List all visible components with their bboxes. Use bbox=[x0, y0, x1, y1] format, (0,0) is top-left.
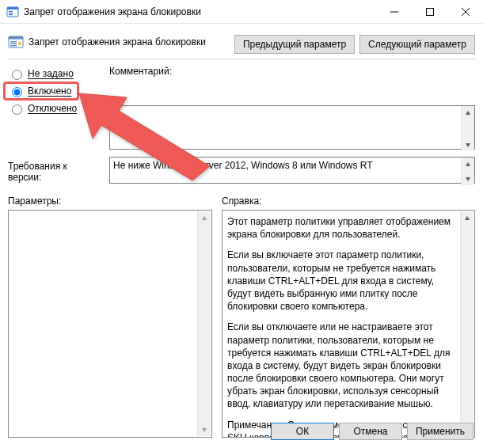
help-scrollbar[interactable] bbox=[460, 211, 473, 436]
svg-rect-5 bbox=[426, 8, 433, 15]
separator bbox=[8, 59, 475, 59]
svg-point-11 bbox=[18, 42, 21, 45]
radio-enabled[interactable]: Включено bbox=[8, 85, 103, 97]
svg-rect-1 bbox=[7, 7, 18, 9]
policy-header: Запрет отображения экрана блокировки Пре… bbox=[8, 30, 475, 54]
comment-textarea[interactable] bbox=[109, 105, 475, 150]
options-label: Параметры: bbox=[8, 196, 212, 207]
scroll-up-icon[interactable] bbox=[198, 211, 211, 225]
scroll-up-icon[interactable] bbox=[462, 106, 474, 120]
radio-disabled[interactable]: Отключено bbox=[8, 102, 103, 115]
help-label: Справка: bbox=[222, 196, 475, 207]
radio-enabled-input[interactable] bbox=[12, 87, 22, 97]
window-title: Запрет отображения экрана блокировки bbox=[24, 6, 376, 17]
svg-rect-4 bbox=[9, 14, 13, 15]
svg-rect-10 bbox=[10, 45, 17, 46]
ok-button[interactable]: ОК bbox=[271, 423, 334, 440]
apply-button[interactable]: Применить bbox=[407, 423, 473, 440]
policy-name: Запрет отображения экрана блокировки bbox=[29, 36, 234, 47]
comment-scrollbar[interactable] bbox=[461, 106, 474, 151]
svg-rect-7 bbox=[9, 36, 23, 40]
cancel-button[interactable]: Отмена bbox=[339, 423, 402, 440]
options-scrollbar[interactable] bbox=[197, 211, 211, 436]
scroll-down-icon[interactable] bbox=[198, 423, 211, 436]
options-pane bbox=[8, 210, 212, 438]
comment-label: Комментарий: bbox=[109, 66, 475, 77]
radio-not-configured[interactable]: Не задано bbox=[8, 67, 103, 80]
radio-not-configured-input[interactable] bbox=[12, 70, 22, 80]
window-icon bbox=[6, 6, 19, 18]
help-p1: Этот параметр политики управляет отображ… bbox=[227, 215, 456, 241]
scroll-up-icon[interactable] bbox=[462, 158, 474, 171]
state-radio-group: Не задано Включено Отключено bbox=[8, 66, 103, 115]
radio-disabled-label: Отключено bbox=[28, 103, 77, 114]
svg-rect-3 bbox=[9, 13, 13, 13]
help-p3: Если вы отключаете или не настраиваете э… bbox=[227, 321, 456, 410]
dialog-footer: ОК Отмена Применить bbox=[271, 423, 473, 440]
close-button[interactable] bbox=[447, 0, 483, 24]
scroll-up-icon[interactable] bbox=[461, 211, 473, 225]
help-text: Этот параметр политики управляет отображ… bbox=[222, 211, 461, 437]
radio-not-configured-label: Не задано bbox=[28, 68, 74, 79]
maximize-button[interactable] bbox=[412, 0, 447, 24]
svg-rect-8 bbox=[10, 41, 17, 42]
policy-icon bbox=[8, 34, 24, 50]
radio-enabled-label: Включено bbox=[28, 85, 71, 97]
scroll-down-icon[interactable] bbox=[462, 138, 474, 151]
supported-scrollbar[interactable] bbox=[461, 158, 474, 185]
help-pane: Этот параметр политики управляет отображ… bbox=[222, 210, 475, 438]
previous-setting-button[interactable]: Предыдущий параметр bbox=[234, 35, 355, 54]
supported-label: Требования к версии: bbox=[8, 161, 103, 183]
svg-rect-9 bbox=[10, 44, 17, 44]
minimize-button[interactable] bbox=[376, 0, 412, 24]
help-p2: Если вы включаете этот параметр политики… bbox=[227, 249, 456, 313]
radio-disabled-input[interactable] bbox=[12, 104, 22, 115]
scroll-down-icon[interactable] bbox=[462, 172, 474, 185]
titlebar: Запрет отображения экрана блокировки bbox=[0, 0, 483, 24]
next-setting-button[interactable]: Следующий параметр bbox=[359, 35, 475, 54]
svg-rect-2 bbox=[9, 11, 13, 12]
supported-textarea bbox=[109, 157, 475, 184]
